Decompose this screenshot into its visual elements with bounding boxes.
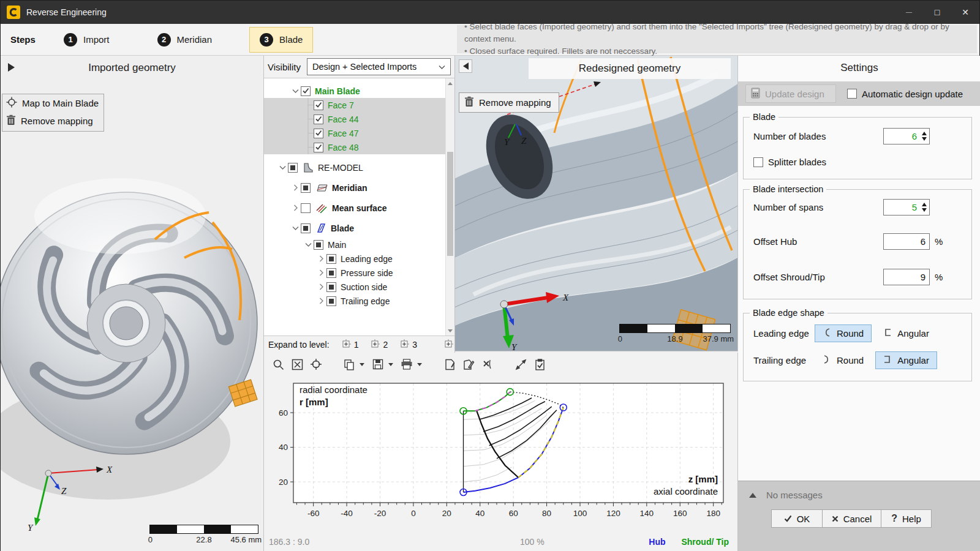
checkbox-auto-update[interactable] [847, 89, 857, 99]
chevron-down-icon[interactable] [277, 160, 288, 174]
tree-item-main[interactable]: Main [264, 238, 454, 252]
meridian-chart[interactable]: -60-40-20020406080100120140160180204060 [264, 380, 736, 524]
remove-mapping-button-imported[interactable]: Remove mapping [6, 114, 99, 127]
checkbox-leading-edge[interactable] [326, 254, 336, 264]
dropdown-arrow-icon[interactable] [360, 363, 364, 366]
chevron-right-icon[interactable] [290, 201, 301, 215]
dropdown-arrow-icon[interactable] [388, 363, 393, 366]
map-to-main-blade-button[interactable]: Map to Main Blade [6, 97, 99, 110]
chevron-down-icon[interactable] [303, 238, 314, 252]
tree-item-label: Main Blade [315, 86, 360, 96]
tree-item-face-44[interactable]: Face 44 [264, 112, 454, 126]
step-meridian[interactable]: 2 Meridian [147, 27, 223, 53]
crosshair-icon[interactable] [309, 358, 323, 371]
spin-down-icon[interactable] [922, 137, 927, 141]
automatic-design-update-checkbox[interactable]: Automatic design update [847, 89, 963, 99]
tree-scrollbar[interactable] [445, 78, 454, 335]
tree-item-face-7[interactable]: Face 7 [264, 98, 454, 112]
checkbox-suction-side[interactable] [326, 282, 336, 292]
leading-edge-angular-button[interactable]: Angular [875, 324, 937, 342]
expand-level-2-button[interactable]: 2 [371, 339, 388, 350]
tree-item-meridian[interactable]: Meridian [264, 181, 454, 195]
chevron-right-icon[interactable] [316, 280, 326, 294]
print-icon[interactable] [400, 358, 413, 371]
chevron-right-icon[interactable] [290, 181, 301, 195]
tree-item-mean-surface[interactable]: Mean surface [264, 201, 454, 215]
doc-new-icon[interactable] [443, 358, 456, 371]
expand-plus-icon [400, 339, 409, 350]
measure-icon[interactable] [514, 358, 527, 371]
remove-mapping-button-redesigned[interactable]: Remove mapping [459, 92, 559, 113]
leading-edge-label: Leading edge [753, 328, 815, 339]
tree-item-face-47[interactable]: Face 47 [264, 126, 454, 140]
zoom-icon[interactable] [271, 358, 285, 371]
fit-icon[interactable] [290, 358, 304, 371]
checkbox-pressure-side[interactable] [326, 268, 336, 278]
clipboard-check-icon[interactable] [533, 358, 546, 371]
collapse-redesigned-panel-button[interactable] [459, 59, 472, 73]
checkbox-splitter-blades[interactable] [753, 157, 763, 167]
trailing-edge-angular-button[interactable]: Angular [875, 351, 937, 369]
tree-item-face-48[interactable]: Face 48 [264, 140, 454, 154]
offset-hub-input[interactable]: 6 [883, 233, 930, 250]
doc-edit-icon[interactable] [462, 358, 475, 371]
tree-item-leading-edge[interactable]: Leading edge [264, 252, 454, 266]
visibility-dropdown[interactable]: Design + Selected Imports [307, 58, 451, 75]
chart-status-bar: 186.3 : 9.0 100 % Hub Shroud/ Tip [264, 537, 737, 549]
checkbox-trailing-edge[interactable] [326, 296, 336, 306]
leading-edge-round-button[interactable]: Round [815, 324, 872, 342]
tree-guide [303, 140, 314, 154]
chevron-right-icon[interactable] [316, 266, 326, 280]
update-design-button[interactable]: Update design [745, 84, 836, 103]
expand-level-1-button[interactable]: 1 [342, 339, 359, 350]
checkbox-mean-surface[interactable] [301, 203, 311, 213]
chevron-right-icon[interactable] [316, 294, 326, 308]
blade-intersection-group: Blade intersection Number of spans 5 Off… [743, 189, 972, 299]
chevron-down-icon[interactable] [290, 84, 301, 98]
number-of-blades-input[interactable]: 6 [883, 128, 930, 144]
checkbox-face-44[interactable] [314, 114, 323, 124]
scroll-down-icon[interactable] [446, 326, 454, 335]
checkbox-meridian[interactable] [301, 183, 311, 193]
svg-text:20: 20 [279, 478, 288, 487]
tree-item-re-model[interactable]: RE-MODEL [264, 160, 454, 174]
spin-up-icon[interactable] [922, 132, 927, 135]
tree-item-main-blade[interactable]: Main Blade [264, 84, 454, 98]
tree-item-trailing-edge[interactable]: Trailing edge [264, 294, 454, 308]
svg-text:0: 0 [411, 509, 416, 518]
blade-group: Blade Number of blades 6 Splitter blades [743, 117, 972, 179]
expand-level-3-button[interactable]: 3 [400, 339, 417, 350]
expand-all-button[interactable] [444, 339, 453, 350]
copy-icon[interactable] [342, 358, 356, 371]
tree-item-pressure-side[interactable]: Pressure side [264, 266, 454, 280]
tree-item-blade[interactable]: Blade [264, 221, 454, 235]
save-icon[interactable] [371, 358, 385, 371]
spin-up-icon[interactable] [922, 203, 927, 206]
checkbox-blade[interactable] [301, 223, 311, 233]
dropdown-arrow-icon[interactable] [417, 363, 422, 366]
scroll-up-icon[interactable] [446, 78, 454, 88]
trailing-edge-round-button[interactable]: Round [815, 351, 872, 369]
checkbox-face-47[interactable] [314, 129, 323, 138]
checkbox-face-7[interactable] [314, 100, 323, 110]
ok-button[interactable]: OK [771, 509, 823, 528]
number-of-spans-input[interactable]: 5 [883, 199, 930, 216]
tree-item-suction-side[interactable]: Suction side [264, 280, 454, 294]
checkbox-face-48[interactable] [314, 143, 323, 152]
spin-down-icon[interactable] [922, 208, 927, 212]
checkbox-re-model[interactable] [288, 163, 298, 173]
chevron-down-icon[interactable] [290, 221, 301, 235]
tree-scrollbar-thumb[interactable] [447, 152, 453, 256]
points-delete-icon[interactable] [481, 358, 494, 371]
chevron-right-icon[interactable] [316, 252, 326, 266]
checkbox-main[interactable] [314, 240, 323, 250]
offset-shroud-tip-input[interactable]: 9 [883, 269, 930, 285]
step-blade[interactable]: 3 Blade [249, 27, 313, 53]
tree-item-label: Face 47 [328, 129, 359, 138]
help-button[interactable]: ? Help [881, 509, 932, 528]
splitter-blades-checkbox[interactable]: Splitter blades [753, 157, 826, 167]
cancel-button[interactable]: Cancel [823, 509, 881, 528]
checkbox-main-blade[interactable] [301, 86, 311, 96]
expand-messages-icon[interactable] [749, 493, 756, 498]
step-import[interactable]: 1 Import [53, 27, 120, 53]
